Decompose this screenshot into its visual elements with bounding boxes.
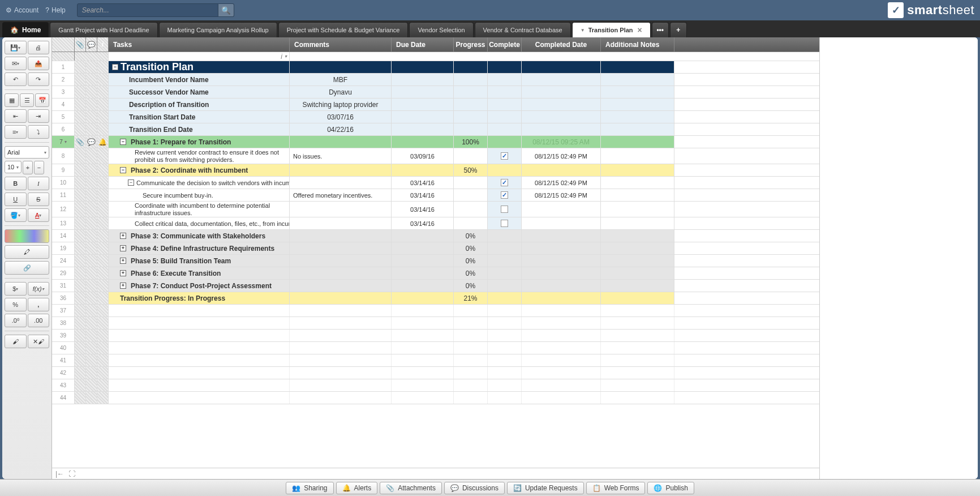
- wrap-button[interactable]: ⤵: [28, 125, 50, 139]
- table-row[interactable]: 1 −Transition Plan: [52, 61, 819, 74]
- increase-decimal-button[interactable]: .00: [28, 314, 50, 327]
- update-requests-button[interactable]: 🔄Update Requests: [507, 482, 584, 494]
- currency-button[interactable]: $▾: [5, 282, 27, 296]
- close-icon[interactable]: ×: [638, 25, 642, 35]
- col-notes[interactable]: Additional Notes: [601, 37, 674, 52]
- table-row[interactable]: 39: [52, 330, 819, 342]
- fullscreen-icon[interactable]: ⛶: [68, 470, 75, 478]
- formula-button[interactable]: f(x)▾: [28, 282, 50, 296]
- expand-icon[interactable]: +: [120, 283, 126, 289]
- italic-button[interactable]: I: [28, 177, 50, 190]
- font-select[interactable]: Arial▾: [5, 146, 49, 159]
- row-menu-icon[interactable]: ▾: [65, 139, 67, 144]
- table-row[interactable]: 38: [52, 317, 819, 330]
- checkbox-checked-icon[interactable]: ✓: [501, 179, 508, 186]
- collapse-icon[interactable]: −: [120, 139, 126, 145]
- table-row[interactable]: 36Transition Progress: In Progress21%: [52, 292, 819, 305]
- help-link[interactable]: ? Help: [45, 6, 65, 14]
- table-row[interactable]: 24+Phase 5: Build Transition Team0%: [52, 255, 819, 267]
- percent-button[interactable]: %: [5, 298, 27, 311]
- save-button[interactable]: 💾▾: [5, 41, 27, 54]
- checkbox-checked-icon[interactable]: ✓: [501, 191, 508, 199]
- sheet-rows[interactable]: 1 −Transition Plan 2Incumbent Vendor Nam…: [52, 61, 819, 468]
- goto-icon[interactable]: |←: [55, 470, 64, 478]
- col-complete[interactable]: Complete: [488, 37, 522, 52]
- tab-vendor-selection[interactable]: Vendor Selection: [409, 22, 473, 37]
- checkbox-unchecked-icon[interactable]: [501, 220, 508, 227]
- attachments-button[interactable]: 📎Attachments: [380, 482, 442, 494]
- clear-format-button[interactable]: ✕🖌: [28, 335, 50, 348]
- tab-transition-plan[interactable]: ▼ Transition Plan ×: [572, 22, 651, 37]
- table-row[interactable]: 44: [52, 392, 819, 404]
- search-button[interactable]: 🔍: [218, 3, 234, 17]
- web-forms-button[interactable]: 📋Web Forms: [586, 482, 646, 494]
- bold-button[interactable]: B: [5, 177, 27, 190]
- collapse-icon[interactable]: −: [128, 179, 134, 186]
- outdent-button[interactable]: ⇤: [5, 109, 27, 123]
- attachment-column-icon[interactable]: 📎: [75, 37, 86, 52]
- sharing-button[interactable]: 👥Sharing: [286, 482, 333, 494]
- email-button[interactable]: ✉▾: [5, 57, 27, 70]
- table-row[interactable]: 9−Phase 2: Coordinate with Incumbent50%: [52, 164, 819, 177]
- home-tab[interactable]: 🏠Home: [2, 22, 49, 37]
- align-button[interactable]: ≡▾: [5, 125, 27, 139]
- table-row[interactable]: 29+Phase 6: Execute Transition0%: [52, 267, 819, 280]
- table-row[interactable]: 7 ▾📎💬🔔−Phase 1: Prepare for Transition10…: [52, 136, 819, 148]
- redo-button[interactable]: ↷: [28, 72, 50, 86]
- col-tasks[interactable]: Tasks: [109, 37, 290, 52]
- col-completed-date[interactable]: Completed Date: [522, 37, 601, 52]
- expand-icon[interactable]: +: [120, 258, 126, 264]
- table-row[interactable]: 3Successor Vendor NameDynavu: [52, 86, 819, 99]
- text-color-button[interactable]: A▾: [28, 208, 50, 222]
- grid-view-button[interactable]: ▦: [5, 93, 19, 107]
- table-row[interactable]: 41: [52, 354, 819, 367]
- conditional-format-button[interactable]: [5, 229, 49, 243]
- font-decrease-button[interactable]: −: [34, 161, 44, 174]
- alerts-button[interactable]: 🔔Alerts: [336, 482, 378, 494]
- format-painter-button[interactable]: 🖌: [5, 335, 27, 348]
- search-input[interactable]: [77, 3, 218, 17]
- underline-button[interactable]: U: [5, 193, 27, 206]
- decrease-decimal-button[interactable]: .0⁰: [5, 314, 27, 327]
- tab-add-button[interactable]: +: [670, 22, 687, 37]
- undo-button[interactable]: ↶: [5, 72, 27, 86]
- link-button[interactable]: 🔗: [5, 261, 49, 275]
- table-row[interactable]: 40: [52, 342, 819, 354]
- calendar-view-button[interactable]: 📅: [35, 93, 49, 107]
- collapse-icon[interactable]: −: [120, 167, 126, 173]
- gantt-view-button[interactable]: ☰: [20, 93, 34, 107]
- expand-icon[interactable]: +: [120, 233, 126, 239]
- table-row[interactable]: 11Secure incumbent buy-in.Offered moneta…: [52, 189, 819, 202]
- table-row[interactable]: 14+Phase 3: Communicate with Stakeholder…: [52, 230, 819, 242]
- col-due-date[interactable]: Due Date: [392, 37, 454, 52]
- table-row[interactable]: 31+Phase 7: Conduct Post-Project Assessm…: [52, 280, 819, 292]
- table-row[interactable]: 19+Phase 4: Define Infrastructure Requir…: [52, 242, 819, 255]
- checkbox-checked-icon[interactable]: ✓: [501, 152, 508, 160]
- tab-schedule[interactable]: Project with Schedule & Budget Variance: [278, 22, 409, 37]
- table-row[interactable]: 6Transition End Date04/22/16: [52, 123, 819, 136]
- reminder-icon[interactable]: 🔔: [97, 136, 109, 148]
- table-row[interactable]: 5Transition Start Date03/07/16: [52, 111, 819, 123]
- fill-color-button[interactable]: 🪣▾: [5, 208, 27, 222]
- tab-overflow-button[interactable]: •••: [652, 22, 669, 37]
- thousands-button[interactable]: ,: [28, 298, 50, 311]
- table-row[interactable]: 12Coordinate with incumbent to determine…: [52, 202, 819, 217]
- collapse-icon[interactable]: −: [112, 64, 118, 70]
- table-row[interactable]: 37: [52, 305, 819, 317]
- expand-icon[interactable]: +: [120, 245, 126, 251]
- info-icon[interactable]: i: [281, 53, 282, 61]
- col-progress[interactable]: Progress: [454, 37, 488, 52]
- dropdown-icon[interactable]: ▼: [581, 28, 585, 33]
- font-increase-button[interactable]: +: [23, 161, 33, 174]
- publish-button[interactable]: 🌐Publish: [647, 482, 694, 494]
- table-row[interactable]: 42: [52, 367, 819, 379]
- font-size-select[interactable]: 10▾: [5, 161, 22, 173]
- attachment-icon[interactable]: 📎: [75, 136, 86, 148]
- highlight-button[interactable]: 🖍: [5, 245, 49, 259]
- discussions-button[interactable]: 💬Discussions: [444, 482, 505, 494]
- indent-button[interactable]: ⇥: [28, 109, 50, 123]
- table-row[interactable]: 43: [52, 379, 819, 392]
- export-button[interactable]: 📤: [28, 57, 50, 70]
- table-row[interactable]: 10−Communicate the decision to switch ve…: [52, 177, 819, 189]
- table-row[interactable]: 8Review current vendor contract to ensur…: [52, 148, 819, 164]
